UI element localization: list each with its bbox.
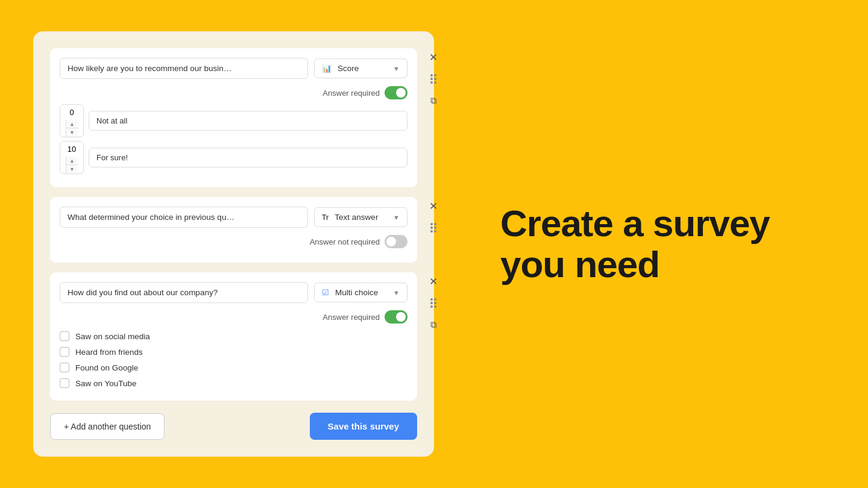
toggle-thumb-3: [396, 312, 406, 322]
choice-label-1: Heard from friends: [75, 348, 143, 357]
close-button-3[interactable]: ✕: [424, 272, 442, 290]
score-up-0[interactable]: ▲: [66, 120, 78, 128]
answer-required-label-1: Answer required: [322, 89, 380, 98]
copy-button-1[interactable]: ⧉: [424, 92, 442, 110]
choice-item-3: Saw on YouTube: [60, 375, 407, 391]
type-select-2[interactable]: Tr Text answer ▼: [314, 207, 407, 227]
answer-required-row-1: Answer required: [60, 86, 407, 99]
choice-label-3: Saw on YouTube: [75, 379, 137, 388]
chevron-icon-3: ▼: [393, 289, 400, 296]
score-number-0: ▲ ▼: [60, 104, 84, 137]
type-icon-2: Tr: [322, 213, 329, 222]
left-panel: 📊 Score ▼ Answer required ▲: [0, 0, 464, 488]
side-actions-2: ✕: [424, 197, 442, 237]
score-value-1[interactable]: [60, 142, 83, 157]
drag-button-1[interactable]: [424, 70, 442, 88]
answer-required-label-3: Answer required: [322, 313, 380, 322]
checkbox-3[interactable]: [60, 378, 69, 388]
question-card-3: ☑ Multi choice ▼ Answer required Saw on …: [50, 272, 417, 401]
drag-icon-2: [430, 223, 436, 233]
score-arrows-1: ▲ ▼: [66, 157, 78, 174]
close-button-1[interactable]: ✕: [424, 48, 442, 66]
type-select-1[interactable]: 📊 Score ▼: [314, 58, 407, 78]
question-row-1: 📊 Score ▼: [60, 58, 407, 79]
bottom-actions: + Add another question Save this survey: [50, 413, 417, 440]
tagline: Create a survey you need: [500, 203, 770, 285]
type-select-3[interactable]: ☑ Multi choice ▼: [314, 283, 407, 302]
score-value-0[interactable]: [60, 105, 83, 120]
toggle-1[interactable]: [385, 86, 407, 99]
score-row-1: ▲ ▼: [60, 141, 407, 174]
choices-list: Saw on social media Heard from friends F…: [60, 328, 407, 391]
copy-button-3[interactable]: ⧉: [424, 316, 442, 334]
right-panel: Create a survey you need: [464, 0, 868, 488]
add-question-button[interactable]: + Add another question: [50, 413, 165, 440]
question-card-1: 📊 Score ▼ Answer required ▲: [50, 48, 417, 187]
score-label-input-0[interactable]: [89, 111, 407, 131]
drag-button-2[interactable]: [424, 219, 442, 237]
chevron-icon-1: ▼: [393, 65, 400, 72]
question-card-wrapper-2: Tr Text answer ▼ Answer not required ✕: [50, 197, 417, 263]
checkbox-1[interactable]: [60, 347, 69, 357]
score-label-input-1[interactable]: [89, 148, 407, 167]
answer-required-label-2: Answer not required: [310, 237, 380, 246]
checkbox-2[interactable]: [60, 363, 69, 372]
drag-button-3[interactable]: [424, 294, 442, 312]
side-actions-3: ✕ ⧉: [424, 272, 442, 334]
side-actions-1: ✕ ⧉: [424, 48, 442, 110]
type-icon-3: ☑: [322, 288, 329, 297]
type-label-3: Multi choice: [335, 288, 389, 297]
choice-label-0: Saw on social media: [75, 332, 150, 341]
toggle-3[interactable]: [385, 310, 407, 324]
choice-item-1: Heard from friends: [60, 344, 407, 360]
question-row-2: Tr Text answer ▼: [60, 207, 407, 228]
answer-required-row-2: Answer not required: [60, 235, 407, 248]
score-up-1[interactable]: ▲: [66, 157, 78, 165]
choice-label-2: Found on Google: [75, 363, 138, 372]
type-label-1: Score: [338, 64, 389, 73]
score-down-1[interactable]: ▼: [66, 165, 78, 174]
type-label-2: Text answer: [335, 213, 389, 222]
toggle-thumb-1: [396, 88, 406, 98]
question-card-wrapper-3: ☑ Multi choice ▼ Answer required Saw on …: [50, 272, 417, 401]
survey-container: 📊 Score ▼ Answer required ▲: [33, 31, 434, 457]
drag-icon-3: [430, 298, 436, 308]
score-row-0: ▲ ▼: [60, 104, 407, 137]
tagline-line1: Create a survey: [500, 203, 770, 244]
chevron-icon-2: ▼: [393, 214, 400, 221]
drag-icon-1: [430, 74, 436, 84]
question-input-3[interactable]: [60, 282, 308, 303]
toggle-2[interactable]: [385, 235, 407, 248]
question-card-wrapper-1: 📊 Score ▼ Answer required ▲: [50, 48, 417, 187]
score-arrows-0: ▲ ▼: [66, 120, 78, 137]
save-survey-button[interactable]: Save this survey: [310, 413, 417, 440]
score-down-0[interactable]: ▼: [66, 128, 78, 137]
tagline-line2: you need: [500, 244, 770, 285]
checkbox-0[interactable]: [60, 331, 69, 341]
question-input-1[interactable]: [60, 58, 308, 79]
answer-required-row-3: Answer required: [60, 310, 407, 324]
type-icon-1: 📊: [322, 64, 332, 73]
choice-item-0: Saw on social media: [60, 328, 407, 344]
score-number-1: ▲ ▼: [60, 141, 84, 174]
question-card-2: Tr Text answer ▼ Answer not required: [50, 197, 417, 263]
choice-item-2: Found on Google: [60, 360, 407, 375]
toggle-thumb-2: [386, 237, 396, 246]
question-row-3: ☑ Multi choice ▼: [60, 282, 407, 303]
question-input-2[interactable]: [60, 207, 308, 228]
close-button-2[interactable]: ✕: [424, 197, 442, 215]
